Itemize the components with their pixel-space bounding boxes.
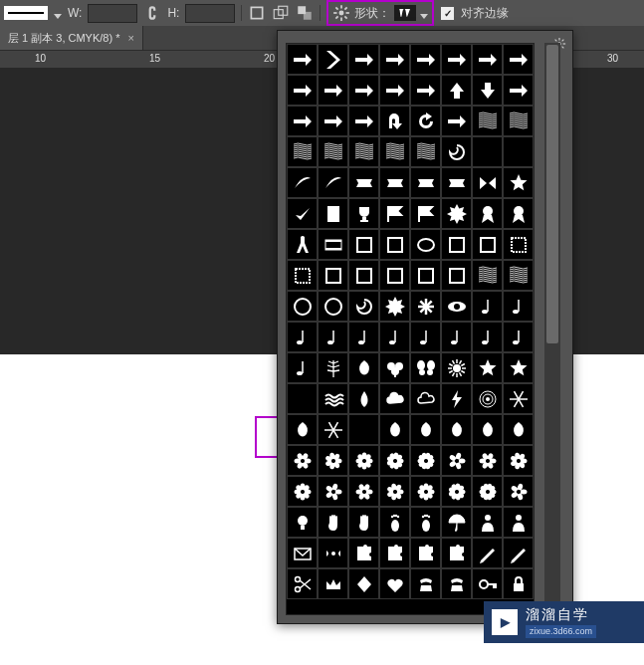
shape-flower-3[interactable] (348, 445, 379, 476)
shape-arrow-chevron-right[interactable] (318, 44, 348, 75)
shape-clover[interactable] (379, 352, 410, 383)
close-icon[interactable]: × (127, 32, 133, 44)
stroke-preview[interactable] (4, 6, 48, 20)
shape-diamond[interactable] (348, 568, 379, 599)
shape-leaf-3[interactable] (441, 414, 472, 445)
shape-arrow-solid-right[interactable] (348, 44, 379, 75)
shape-blob[interactable] (379, 414, 410, 445)
shape-oval[interactable] (410, 229, 441, 260)
shape-frame-deco[interactable] (472, 229, 503, 260)
shape-circle-ring[interactable] (318, 291, 348, 322)
shape-flower-13[interactable] (410, 476, 441, 507)
shape-flower-16[interactable] (503, 476, 534, 507)
shape-bass-clef[interactable] (410, 322, 441, 352)
shape-arrow-triple-right[interactable] (503, 44, 534, 75)
shape-cloud-outline[interactable] (410, 383, 441, 414)
path-op-icon-2[interactable] (272, 4, 290, 22)
shape-swoosh-1[interactable] (287, 167, 318, 198)
shape-picker-trigger[interactable]: 形状： (326, 0, 434, 26)
shape-swoosh-2[interactable] (318, 167, 348, 198)
shape-arrow-block-right[interactable] (287, 75, 318, 106)
shape-treble-clef[interactable] (441, 322, 472, 352)
shape-lightning[interactable] (441, 383, 472, 414)
shape-texture-coarse[interactable] (503, 260, 534, 291)
shape-flower-1[interactable] (287, 445, 318, 476)
path-op-icon-1[interactable] (248, 4, 266, 22)
shape-flower-10[interactable] (318, 476, 348, 507)
shape-banner-3[interactable] (410, 167, 441, 198)
shape-swirl[interactable] (441, 136, 472, 167)
shape-snowflake-1[interactable] (503, 383, 534, 414)
shape-foot-left[interactable] (379, 507, 410, 538)
shape-dot-ring[interactable] (287, 291, 318, 322)
shape-starburst-1[interactable] (379, 291, 410, 322)
shape-lightbulb[interactable] (287, 507, 318, 538)
shape-frame-stamp[interactable] (503, 229, 534, 260)
panel-scrollbar[interactable] (544, 43, 560, 613)
shape-frame-dash[interactable] (348, 229, 379, 260)
shape-cloud-filled[interactable] (379, 383, 410, 414)
shape-crescent-top[interactable] (472, 136, 503, 167)
align-edges-checkbox[interactable]: ✓ (440, 6, 455, 21)
shape-film-strip[interactable] (318, 229, 348, 260)
shape-heart[interactable] (379, 568, 410, 599)
document-tab[interactable]: 层 1 副本 3, CMYK/8) * × (0, 26, 143, 50)
shape-sun-rays[interactable] (441, 352, 472, 383)
shape-flag-wave[interactable] (410, 198, 441, 229)
shape-crown[interactable] (318, 568, 348, 599)
shape-trophy[interactable] (348, 198, 379, 229)
shape-arrow-bidir[interactable] (503, 75, 534, 106)
shape-refresh[interactable] (410, 106, 441, 136)
shape-natural[interactable] (503, 322, 534, 352)
shape-star-ribbon[interactable] (503, 167, 534, 198)
shape-flower-9[interactable] (287, 476, 318, 507)
shape-grass-1[interactable] (287, 136, 318, 167)
shape-leaf-1[interactable] (348, 352, 379, 383)
shape-foot-right[interactable] (410, 507, 441, 538)
shape-flower-7[interactable] (472, 445, 503, 476)
shape-arrow-double-right[interactable] (472, 44, 503, 75)
shape-ribbon-loop[interactable] (503, 198, 534, 229)
shape-arrow-3d-right[interactable] (318, 75, 348, 106)
shape-sun-swirl[interactable] (348, 291, 379, 322)
shape-arrow-down[interactable] (472, 75, 503, 106)
shape-frame-thin[interactable] (379, 260, 410, 291)
height-input[interactable] (185, 4, 235, 23)
shape-person[interactable] (472, 507, 503, 538)
shape-moon[interactable] (348, 414, 379, 445)
shape-flower-14[interactable] (441, 476, 472, 507)
shape-grass-3[interactable] (348, 136, 379, 167)
width-input[interactable] (88, 4, 137, 23)
shape-hand-left[interactable] (318, 507, 348, 538)
shape-envelope[interactable] (287, 538, 318, 568)
shape-arrow-point-right[interactable] (379, 75, 410, 106)
shape-pencil[interactable] (472, 538, 503, 568)
shape-flower-12[interactable] (379, 476, 410, 507)
shape-snowflake-2[interactable] (318, 414, 348, 445)
shape-flower-2[interactable] (318, 445, 348, 476)
shape-leaf-pair[interactable] (472, 414, 503, 445)
path-arrange-icon[interactable] (296, 4, 314, 22)
shape-umbrella[interactable] (441, 507, 472, 538)
shape-frame-solid[interactable] (379, 229, 410, 260)
shape-blank[interactable] (287, 383, 318, 414)
shape-banner-1[interactable] (348, 167, 379, 198)
shape-paper[interactable] (318, 198, 348, 229)
shape-arrow-wide-right[interactable] (410, 75, 441, 106)
shape-star-8[interactable] (503, 352, 534, 383)
shape-pen[interactable] (503, 538, 534, 568)
shape-bowtie[interactable] (472, 167, 503, 198)
shape-arrow-soft-right[interactable] (348, 75, 379, 106)
shape-people[interactable] (503, 507, 534, 538)
shape-frame-circle[interactable] (441, 260, 472, 291)
shape-texture-2[interactable] (503, 106, 534, 136)
shape-quarter-note[interactable] (472, 291, 503, 322)
shape-arrow-long-right[interactable] (287, 106, 318, 136)
shape-sharp[interactable] (287, 322, 318, 352)
shape-banner-curve[interactable] (441, 167, 472, 198)
shape-puzzle-4[interactable] (441, 538, 472, 568)
shape-checkmark[interactable] (287, 198, 318, 229)
shape-flower-5[interactable] (410, 445, 441, 476)
shape-butterfly[interactable] (410, 352, 441, 383)
shape-phone-1[interactable] (410, 568, 441, 599)
